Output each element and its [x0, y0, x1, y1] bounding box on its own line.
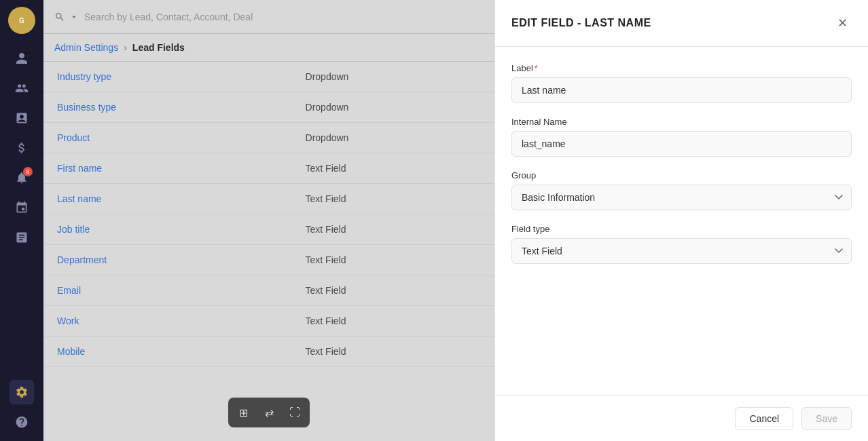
field-name-cell[interactable]: First name	[43, 153, 292, 184]
field-type-cell: Text Field	[292, 275, 494, 306]
reports-icon[interactable]	[10, 106, 34, 130]
search-placeholder: Search by Lead, Contact, Account, Deal	[84, 12, 253, 22]
group-field-group: Group Basic InformationContact Informati…	[511, 170, 852, 210]
field-name-cell[interactable]: Business type	[43, 92, 292, 123]
field-name-cell[interactable]: Email	[43, 275, 292, 306]
label-field-group: Label*	[511, 63, 852, 103]
label-field-label: Label*	[511, 63, 852, 73]
contacts-icon[interactable]	[10, 46, 34, 71]
field-type-cell: Dropdown	[292, 123, 494, 153]
field-name-cell[interactable]: Job title	[43, 214, 292, 245]
internal-name-input[interactable]	[511, 131, 852, 157]
panel-title: EDIT FIELD - LAST NAME	[511, 17, 651, 29]
breadcrumb-separator: ›	[124, 42, 127, 53]
group-label: Group	[511, 170, 852, 180]
field-type-cell: Text Field	[292, 184, 494, 214]
expand-button[interactable]: ⛶	[283, 400, 307, 425]
field-name-cell[interactable]: Mobile	[43, 337, 292, 367]
people-icon[interactable]	[10, 76, 34, 100]
field-type-label: Field type	[511, 224, 852, 234]
field-name-cell[interactable]: Last name	[43, 184, 292, 214]
field-type-cell: Dropdown	[292, 92, 494, 123]
settings-icon[interactable]	[10, 380, 34, 404]
group-select[interactable]: Basic InformationContact InformationOthe…	[511, 185, 852, 210]
breadcrumb-parent[interactable]: Admin Settings	[54, 42, 118, 53]
field-type-cell: Text Field	[292, 214, 494, 245]
calendar-icon[interactable]	[10, 195, 34, 220]
swap-button[interactable]: ⇄	[257, 400, 281, 425]
field-name-cell[interactable]: Work	[43, 306, 292, 337]
sidebar: G 8	[0, 0, 43, 441]
fields-table: Industry type Dropdown Business type Dro…	[43, 62, 494, 441]
required-star: *	[535, 63, 538, 73]
field-name-cell[interactable]: Industry type	[43, 62, 292, 92]
table-row: Product Dropdown	[43, 123, 494, 153]
analytics-icon[interactable]	[10, 225, 34, 250]
notifications-icon[interactable]: 8	[10, 166, 34, 190]
table-row: Last name Text Field	[43, 184, 494, 214]
edit-panel: EDIT FIELD - LAST NAME ✕ Label* Internal…	[494, 0, 868, 441]
field-type-cell: Text Field	[292, 337, 494, 367]
field-type-cell: Dropdown	[292, 62, 494, 92]
field-name-cell[interactable]: Product	[43, 123, 292, 153]
internal-name-field-group: Internal Name	[511, 117, 852, 157]
cancel-button[interactable]: Cancel	[735, 407, 793, 430]
panel-header: EDIT FIELD - LAST NAME ✕	[495, 0, 868, 47]
main-content: Search by Lead, Contact, Account, Deal A…	[43, 0, 494, 441]
field-type-cell: Text Field	[292, 306, 494, 337]
close-button[interactable]: ✕	[833, 14, 852, 33]
table-row: Department Text Field	[43, 245, 494, 275]
field-type-group: Field type Text FieldDropdownNumberDate	[511, 224, 852, 264]
deals-icon[interactable]	[10, 136, 34, 160]
table-row: Work Text Field	[43, 306, 494, 337]
breadcrumb: Admin Settings › Lead Fields	[43, 34, 494, 62]
field-name-cell[interactable]: Department	[43, 245, 292, 275]
panel-footer: Cancel Save	[495, 396, 868, 441]
table-row: Job title Text Field	[43, 214, 494, 245]
internal-name-label: Internal Name	[511, 117, 852, 127]
topbar: Search by Lead, Contact, Account, Deal	[43, 0, 494, 34]
field-type-select[interactable]: Text FieldDropdownNumberDate	[511, 238, 852, 264]
label-input[interactable]	[511, 77, 852, 103]
table-row: Email Text Field	[43, 275, 494, 306]
field-type-cell: Text Field	[292, 245, 494, 275]
save-button[interactable]: Save	[801, 407, 852, 430]
field-type-cell: Text Field	[292, 153, 494, 184]
table-row: Business type Dropdown	[43, 92, 494, 123]
bottom-toolbar: ⊞ ⇄ ⛶	[228, 398, 310, 427]
table-row: First name Text Field	[43, 153, 494, 184]
panel-body: Label* Internal Name Group Basic Informa…	[495, 47, 868, 396]
help-icon[interactable]	[10, 410, 34, 434]
table-row: Mobile Text Field	[43, 337, 494, 367]
svg-text:G: G	[19, 17, 24, 24]
search-icon-wrap[interactable]	[54, 12, 79, 22]
breadcrumb-current: Lead Fields	[132, 42, 185, 53]
notifications-badge: 8	[23, 167, 33, 176]
grid-view-button[interactable]: ⊞	[231, 400, 255, 425]
table-row: Industry type Dropdown	[43, 62, 494, 92]
app-logo[interactable]: G	[8, 7, 35, 34]
